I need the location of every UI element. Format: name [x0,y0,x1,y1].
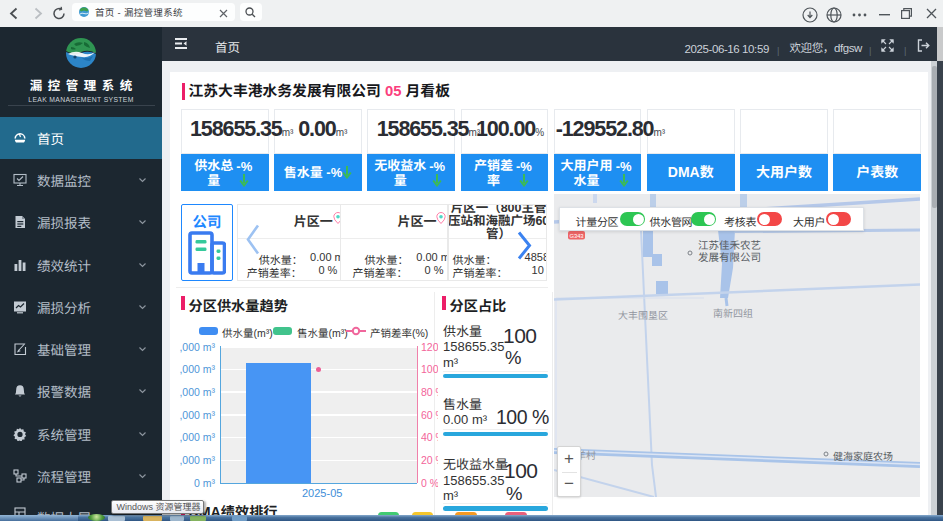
svg-text:G343: G343 [569,233,583,239]
